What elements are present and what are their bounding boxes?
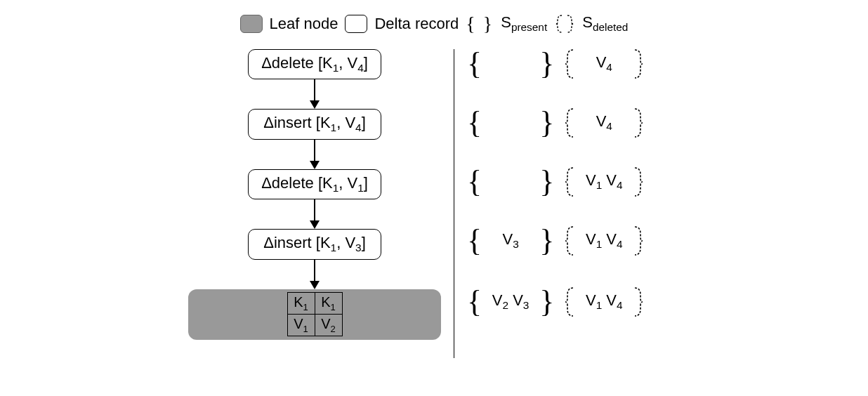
s-deleted-set: V4 — [564, 48, 644, 79]
delta-record-label: Delta record — [374, 15, 459, 33]
column-divider — [454, 49, 454, 358]
sets-column: {}V4{}V4{}V1 V4{V3}V1 V4{V2 V3}V1 V4 — [467, 49, 644, 327]
s-deleted-set: V4 — [564, 107, 644, 138]
dashed-braces-icon — [554, 14, 575, 34]
s-present-set: {} — [467, 110, 554, 135]
s-deleted-set: V1 V4 — [564, 225, 644, 256]
leaf-node-swatch — [240, 15, 263, 33]
delta-chain-column: Δdelete [K1, V4]Δinsert [K1, V4]Δdelete … — [188, 49, 441, 340]
delta-record-swatch — [345, 15, 367, 33]
arrow-down-icon — [310, 140, 320, 169]
s-present-label: Spresent — [501, 13, 547, 34]
set-row: {}V1 V4 — [467, 167, 644, 197]
delta-record-box: Δdelete [K1, V4] — [248, 49, 381, 79]
s-present-set: {} — [467, 169, 554, 194]
leaf-cell: K1V2 — [315, 292, 343, 336]
delta-record-box: Δdelete [K1, V1] — [248, 169, 381, 199]
delta-record-box: Δinsert [K1, V4] — [248, 109, 381, 139]
s-deleted-set: V1 V4 — [564, 166, 644, 197]
set-row: {V3}V1 V4 — [467, 226, 644, 256]
leaf-cell: K1V1 — [287, 292, 315, 336]
s-present-set: {} — [467, 51, 554, 76]
arrow-down-icon — [310, 79, 320, 109]
s-deleted-label: Sdeleted — [582, 13, 628, 34]
s-present-set: {V3} — [467, 228, 554, 253]
set-row: {}V4 — [467, 108, 644, 138]
set-row: {V2 V3}V1 V4 — [467, 277, 644, 327]
s-present-set: {V2 V3} — [467, 289, 554, 314]
s-deleted-set: V1 V4 — [564, 286, 644, 317]
set-row: {}V4 — [467, 49, 644, 79]
arrow-down-icon — [310, 260, 320, 289]
leaf-node-label: Leaf node — [270, 15, 338, 33]
arrow-down-icon — [310, 199, 320, 229]
leaf-node: K1V1K1V2 — [188, 289, 441, 340]
legend: Leaf node Delta record { } Spresent Sdel… — [188, 13, 680, 35]
diagram-canvas: Leaf node Delta record { } Spresent Sdel… — [188, 13, 680, 358]
delta-record-box: Δinsert [K1, V3] — [248, 229, 381, 259]
solid-braces-icon: { } — [466, 13, 494, 35]
